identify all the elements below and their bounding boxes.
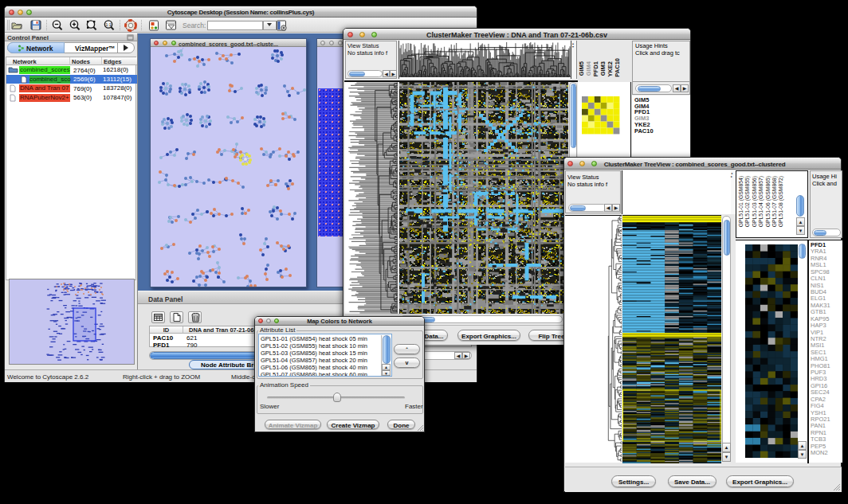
svg-text:1:1: 1:1 [106, 22, 112, 27]
